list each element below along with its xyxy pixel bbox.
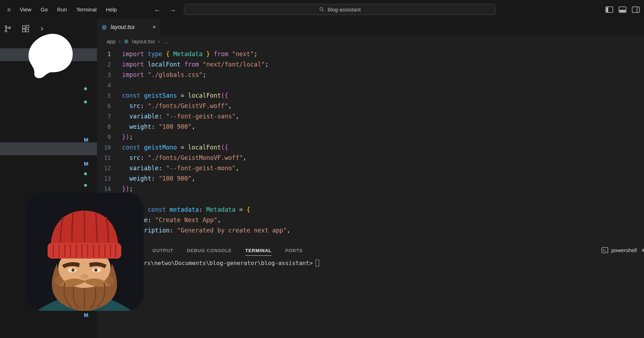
code-token: "./globals.css" <box>148 70 203 80</box>
git-modified-badge: M <box>84 137 89 143</box>
powershell-terminal-icon <box>601 247 608 253</box>
toggle-sidebar-icon[interactable] <box>605 6 613 13</box>
panel-tabs: OUTPUTDEBUG CONSOLETERMINALPORTS <box>97 241 644 256</box>
react-file-icon <box>101 24 107 30</box>
code-line[interactable]: 2import localFont from "next/font/local"… <box>97 59 644 70</box>
code-line[interactable]: 7 variable: "--font-geist-sans", <box>97 111 644 122</box>
git-status-dot <box>84 101 87 103</box>
back-arrow-icon[interactable]: ← <box>154 6 161 14</box>
code-line[interactable]: 14}); <box>97 184 644 194</box>
titlebar: nViewGoRunTerminalHelp ← → blog-assistan… <box>0 0 644 19</box>
new-terminal-icon[interactable]: + <box>641 246 644 255</box>
code-line[interactable]: 4 <box>97 80 644 90</box>
forward-arrow-icon[interactable]: → <box>169 6 176 14</box>
code-token: , <box>217 215 221 225</box>
extensions-icon[interactable] <box>21 25 30 33</box>
code-token: "./fonts/GeistVF.woff" <box>148 101 228 111</box>
code-token: } <box>206 49 210 59</box>
code-token: : <box>151 122 158 132</box>
avatar <box>25 193 143 311</box>
code-token: ({ <box>221 142 228 153</box>
code-line[interactable]: 18 description: "Generated by create nex… <box>97 225 644 236</box>
breadcrumb-item-symbol[interactable]: … <box>163 38 169 44</box>
react-file-icon <box>124 39 129 44</box>
window-layout-controls <box>605 0 640 19</box>
terminal[interactable]: rs\netwo\Documents\blog-generator\blog-a… <box>144 260 319 266</box>
menu-terminal[interactable]: Terminal <box>72 6 101 13</box>
menu-run[interactable]: Run <box>53 6 72 13</box>
panel-tab-ports[interactable]: PORTS <box>285 248 303 256</box>
code-token: : <box>158 163 166 173</box>
code-token: variable <box>122 111 158 122</box>
line-number: 5 <box>97 90 122 101</box>
code-token: import <box>122 70 148 80</box>
code-token: from <box>184 59 203 70</box>
code-token: "next/font/local" <box>203 59 265 70</box>
code-token: metadata <box>170 205 199 215</box>
line-number: 9 <box>97 132 122 142</box>
code-token: : <box>148 215 155 225</box>
code-token: import <box>122 49 144 59</box>
toggle-secondary-sidebar-icon[interactable] <box>632 6 640 13</box>
source-control-icon[interactable] <box>4 25 12 33</box>
code-token: , <box>192 122 195 132</box>
code-token: : <box>170 225 177 236</box>
history-nav: ← → <box>154 0 176 19</box>
tab-label: layout.tsx <box>111 24 135 30</box>
breadcrumb: app › layout.tsx › … <box>97 35 644 47</box>
code-line[interactable]: 8 weight: "100 900", <box>97 122 644 132</box>
code-token: : <box>140 101 147 111</box>
command-center-search[interactable]: blog-assistant <box>184 4 496 15</box>
code-token: , <box>228 101 232 111</box>
line-number: 2 <box>97 59 122 70</box>
code-line[interactable]: 5const geistSans = localFont({ <box>97 90 644 101</box>
menu-help[interactable]: Help <box>101 6 122 13</box>
panel-tab-debug-console[interactable]: DEBUG CONSOLE <box>187 248 231 256</box>
code-token: weight <box>122 122 151 132</box>
code-token: , <box>192 173 195 184</box>
code-token: geistMono <box>144 142 180 153</box>
code-token: localFont <box>144 59 184 70</box>
line-number: 3 <box>97 70 122 80</box>
line-number: 10 <box>97 142 122 153</box>
git-modified-badge: M <box>84 312 89 318</box>
code-token: geistSans <box>144 90 180 101</box>
close-tab-icon[interactable]: × <box>152 24 156 31</box>
line-number: 7 <box>97 111 122 122</box>
tab-bar: layout.tsx × <box>97 19 644 35</box>
menu-n[interactable]: n <box>3 6 15 13</box>
code-line[interactable]: 17 title: "Create Next App", <box>97 215 644 225</box>
toggle-panel-icon[interactable] <box>619 6 626 13</box>
code-line[interactable]: 11 src: "./fonts/GeistMonoVF.woff", <box>97 153 644 163</box>
code-line[interactable]: 10const geistMono = localFont({ <box>97 142 644 153</box>
code-token: localFont <box>188 142 221 153</box>
code-token: "100 900" <box>158 173 191 184</box>
breadcrumb-item-app[interactable]: app <box>107 38 116 44</box>
line-number: 12 <box>97 163 122 173</box>
code-token: Metadata <box>206 205 235 215</box>
code-token: const <box>122 142 144 153</box>
code-line[interactable]: 3import "./globals.css"; <box>97 70 644 80</box>
code-line[interactable]: 12 variable: "--font-geist-mono", <box>97 163 644 173</box>
terminal-shell-selector[interactable]: powershell <box>601 247 637 253</box>
panel-tab-terminal[interactable]: TERMINAL <box>245 248 272 256</box>
code-line[interactable]: 1import type { Metadata } from "next"; <box>97 49 644 59</box>
line-number: 6 <box>97 101 122 111</box>
panel: OUTPUTDEBUG CONSOLETERMINALPORTS powersh… <box>97 241 644 338</box>
chevron-right-icon[interactable] <box>39 26 45 31</box>
code-line[interactable]: 16export const metadata: Metadata = { <box>97 205 644 215</box>
code-line[interactable]: 15 <box>97 194 644 205</box>
panel-tab-output[interactable]: OUTPUT <box>152 248 173 256</box>
breadcrumb-item-file[interactable]: layout.tsx <box>132 38 155 44</box>
code-token: ; <box>129 184 133 194</box>
code-line[interactable]: 9}); <box>97 132 644 142</box>
terminal-prompt: rs\netwo\Documents\blog-generator\blog-a… <box>144 260 313 266</box>
code-line[interactable]: 6 src: "./fonts/GeistVF.woff", <box>97 101 644 111</box>
code-line[interactable]: 13 weight: "100 900", <box>97 173 644 184</box>
code-area[interactable]: 1import type { Metadata } from "next";2i… <box>97 47 644 236</box>
code-token: variable <box>122 163 158 173</box>
menu-view[interactable]: View <box>15 6 36 13</box>
menu-go[interactable]: Go <box>36 6 53 13</box>
tab-layout-tsx[interactable]: layout.tsx × <box>97 19 160 35</box>
sidebar-selected-row[interactable] <box>0 142 97 155</box>
